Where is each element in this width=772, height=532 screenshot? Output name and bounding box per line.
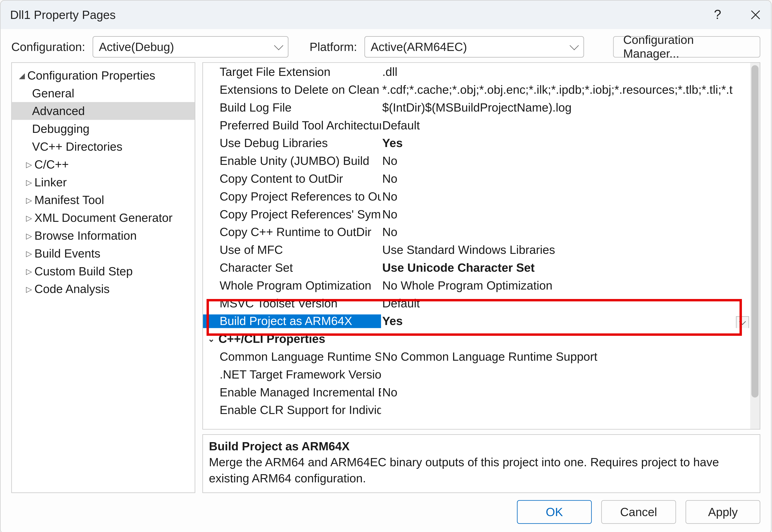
tree-item-build-events[interactable]: ▷Build Events: [12, 244, 195, 262]
expander-closed-icon[interactable]: ▷: [25, 213, 33, 222]
titlebar: Dll1 Property Pages ?: [1, 1, 771, 29]
scrollbar-thumb[interactable]: [751, 65, 758, 398]
tree-item-code-analysis[interactable]: ▷Code Analysis: [12, 280, 195, 298]
prop-row-net-target-fw[interactable]: .NET Target Framework Version: [203, 365, 750, 383]
prop-row-use-debug-libs[interactable]: Use Debug LibrariesYes: [203, 134, 750, 152]
prop-row-ext-delete-clean[interactable]: Extensions to Delete on Clean*.cdf;*.cac…: [203, 81, 750, 98]
property-grid[interactable]: Target File Extension.dll Extensions to …: [203, 63, 750, 429]
configuration-combo[interactable]: Active(Debug): [92, 36, 288, 57]
expander-open-icon[interactable]: ◢: [18, 71, 26, 80]
expander-closed-icon[interactable]: ▷: [25, 284, 33, 293]
dropdown-button[interactable]: [736, 316, 749, 328]
chevron-down-icon[interactable]: ⌄: [208, 334, 218, 343]
prop-row-preferred-arch[interactable]: Preferred Build Tool ArchitectureDefault: [203, 116, 750, 134]
tree-item-general[interactable]: General: [12, 84, 195, 102]
tree-item-manifest[interactable]: ▷Manifest Tool: [12, 191, 195, 209]
category-tree[interactable]: ◢ Configuration Properties General Advan…: [11, 62, 195, 493]
prop-row-whole-prog-opt[interactable]: Whole Program OptimizationNo Whole Progr…: [203, 276, 750, 294]
close-icon[interactable]: [747, 6, 764, 23]
prop-row-build-log-file[interactable]: Build Log File$(IntDir)$(MSBuildProjectN…: [203, 98, 750, 116]
tree-item-linker[interactable]: ▷Linker: [12, 173, 195, 191]
description-body: Merge the ARM64 and ARM64EC binary outpu…: [209, 454, 754, 486]
expander-closed-icon[interactable]: ▷: [25, 160, 33, 169]
config-toolbar: Configuration: Active(Debug) Platform: A…: [1, 29, 771, 62]
prop-row-msvc-toolset[interactable]: MSVC Toolset VersionDefault: [203, 294, 750, 312]
property-grid-container: Target File Extension.dll Extensions to …: [202, 62, 760, 429]
apply-button[interactable]: Apply: [686, 500, 760, 524]
vertical-scrollbar[interactable]: [750, 63, 760, 429]
help-icon[interactable]: ?: [709, 6, 726, 23]
expander-closed-icon[interactable]: ▷: [25, 231, 33, 240]
prop-row-copy-refs-symbols[interactable]: Copy Project References' SymbolsNo: [203, 205, 750, 223]
prop-row-copy-content-outdir[interactable]: Copy Content to OutDirNo: [203, 170, 750, 187]
description-title: Build Project as ARM64X: [209, 440, 754, 453]
configuration-label: Configuration:: [11, 40, 86, 54]
tree-item-xmldocgen[interactable]: ▷XML Document Generator: [12, 209, 195, 227]
prop-row-use-of-mfc[interactable]: Use of MFCUse Standard Windows Libraries: [203, 241, 750, 259]
title-controls: ?: [709, 6, 764, 23]
prop-row-clr-support[interactable]: Common Language Runtime SupNo Common Lan…: [203, 348, 750, 365]
expander-closed-icon[interactable]: ▷: [25, 178, 33, 187]
window-title: Dll1 Property Pages: [10, 8, 116, 21]
configuration-manager-button[interactable]: Configuration Manager...: [613, 36, 760, 57]
prop-row-target-file-ext[interactable]: Target File Extension.dll: [203, 63, 750, 81]
prop-row-copy-cpp-runtime[interactable]: Copy C++ Runtime to OutDirNo: [203, 223, 750, 241]
tree-item-custom-build-step[interactable]: ▷Custom Build Step: [12, 262, 195, 280]
prop-row-build-arm64x[interactable]: Build Project as ARM64X Yes: [203, 312, 750, 330]
prop-row-managed-incremental[interactable]: Enable Managed Incremental BuilNo: [203, 383, 750, 401]
tree-item-ccpp[interactable]: ▷C/C++: [12, 155, 195, 173]
ok-button[interactable]: OK: [517, 500, 592, 524]
expander-closed-icon[interactable]: ▷: [25, 195, 33, 204]
prop-row-copy-refs-outdir[interactable]: Copy Project References to OutDiNo: [203, 187, 750, 205]
prop-row-character-set[interactable]: Character SetUse Unicode Character Set: [203, 259, 750, 276]
section-cpp-cli[interactable]: ⌄C++/CLI Properties: [203, 330, 750, 348]
platform-combo[interactable]: Active(ARM64EC): [364, 36, 584, 57]
tree-item-browse-info[interactable]: ▷Browse Information: [12, 227, 195, 244]
description-panel: Build Project as ARM64X Merge the ARM64 …: [202, 434, 760, 493]
property-pages-dialog: Dll1 Property Pages ? Configuration: Act…: [0, 0, 772, 532]
tree-item-debugging[interactable]: Debugging: [12, 120, 195, 138]
dialog-footer: OK Cancel Apply: [1, 493, 771, 532]
expander-closed-icon[interactable]: ▷: [25, 267, 33, 276]
tree-item-advanced[interactable]: Advanced: [12, 102, 195, 120]
prop-row-enable-clr-individual[interactable]: Enable CLR Support for Individual: [203, 401, 750, 419]
platform-label: Platform:: [309, 40, 358, 54]
prop-row-unity-build[interactable]: Enable Unity (JUMBO) BuildNo: [203, 152, 750, 170]
cancel-button[interactable]: Cancel: [601, 500, 676, 524]
expander-closed-icon[interactable]: ▷: [25, 249, 33, 258]
tree-root-config-props[interactable]: ◢ Configuration Properties: [12, 66, 195, 84]
tree-item-vcdirs[interactable]: VC++ Directories: [12, 138, 195, 155]
